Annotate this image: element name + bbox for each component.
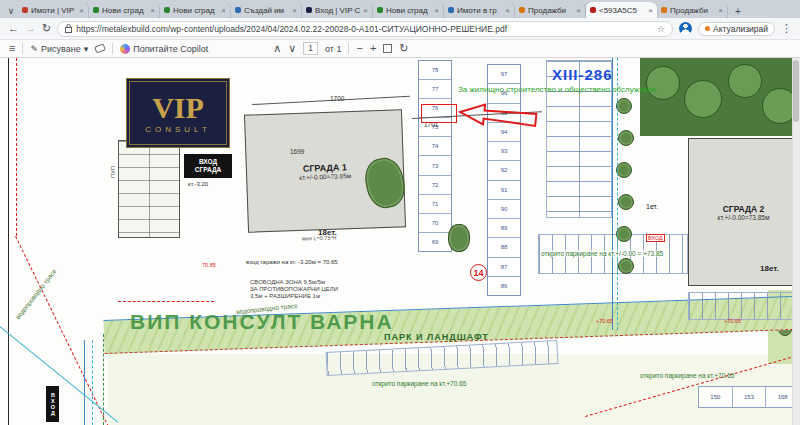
free-zone-line2: ЗА ПРОТИВОПОЖАРНИ ЦЕЛИ bbox=[250, 286, 338, 293]
update-dot-icon bbox=[705, 26, 710, 31]
page-number-input[interactable]: 1 bbox=[303, 42, 318, 55]
browser-tab[interactable]: Продажби × bbox=[657, 2, 728, 18]
parking-stall: 88 bbox=[488, 238, 520, 257]
scrollbar-thumb[interactable] bbox=[793, 60, 799, 122]
dim-1699: 1699 bbox=[290, 148, 304, 155]
tab-close-icon[interactable]: × bbox=[363, 6, 368, 15]
tab-title: Вход | VIP C bbox=[315, 6, 361, 15]
tree-icon bbox=[616, 162, 632, 178]
tab-close-icon[interactable]: × bbox=[648, 6, 653, 15]
entrance-level: кт.-3.20 bbox=[188, 181, 208, 188]
stall-number: 89 bbox=[501, 225, 508, 231]
tab-close-icon[interactable]: × bbox=[576, 6, 581, 15]
browser-tab[interactable]: Нови сград × bbox=[373, 2, 444, 18]
tab-close-icon[interactable]: × bbox=[718, 6, 723, 15]
draw-tool-button[interactable]: ✎ Рисуване ▾ bbox=[30, 44, 88, 54]
tab-close-icon[interactable]: × bbox=[434, 6, 439, 15]
more-menu-icon[interactable]: ⋮ bbox=[781, 23, 792, 34]
parking-stall: 97 bbox=[488, 65, 520, 84]
browser-tab[interactable]: Нови сград × bbox=[160, 2, 231, 18]
update-button[interactable]: Актуализирай bbox=[698, 22, 775, 36]
pdf-menu-icon[interactable]: ≡ bbox=[9, 43, 15, 54]
tab-favicon bbox=[22, 7, 28, 13]
building-entrance-box: ВХОД СГРАДА bbox=[184, 154, 232, 178]
building-2-entrance: ВХОД bbox=[646, 234, 665, 242]
annotation-arrow-icon bbox=[457, 98, 539, 134]
page-down-icon[interactable]: ∨ bbox=[288, 43, 296, 54]
tab-close-icon[interactable]: × bbox=[150, 6, 155, 15]
parking-bottom-left-label: открито паркиране на кт.+70.65 bbox=[372, 380, 466, 387]
boundary-line-red bbox=[118, 301, 214, 302]
refresh-button[interactable]: ↻ bbox=[42, 23, 51, 34]
url-bar[interactable]: https://metalexbuild.com/wp-content/uplo… bbox=[57, 21, 673, 37]
garage-note: вход гаражи на кт. -3.20м = 70.65 bbox=[246, 259, 338, 266]
entrance-small-box: ВХОД bbox=[46, 386, 59, 422]
highlight-rect bbox=[421, 104, 457, 123]
utility-line-cyan bbox=[92, 340, 93, 425]
profile-avatar[interactable] bbox=[679, 22, 692, 35]
tab-title: Нови сград bbox=[102, 6, 148, 15]
logo-text: VIP bbox=[152, 93, 204, 123]
fit-page-icon[interactable] bbox=[383, 44, 392, 53]
plot-line-cyan bbox=[617, 58, 618, 330]
stall-number: 150 bbox=[710, 394, 720, 400]
parking-stall: 91 bbox=[488, 181, 520, 200]
url-text: https://metalexbuild.com/wp-content/uplo… bbox=[76, 24, 653, 34]
copilot-button[interactable]: Попитайте Copilot bbox=[120, 44, 208, 54]
water-line-cyan bbox=[0, 326, 118, 422]
parking-stall: 150 bbox=[699, 387, 733, 407]
parking-stall: 86 bbox=[488, 277, 520, 295]
pup-label: ПУП bbox=[110, 166, 117, 178]
tab-favicon bbox=[519, 7, 525, 13]
parking-stall: 73 bbox=[419, 156, 451, 175]
chevron-down-icon: ▾ bbox=[84, 44, 89, 54]
entrance-line2: СГРАДА bbox=[195, 166, 221, 174]
pdf-page-site-plan: СГРАДА 1 кт.+/-0.00=73.85м СГРАДА 2 кт.+… bbox=[0, 58, 800, 425]
copilot-label: Попитайте Copilot bbox=[133, 44, 208, 54]
tab-close-icon[interactable]: × bbox=[221, 6, 226, 15]
zoom-out-button[interactable]: − bbox=[356, 43, 362, 54]
browser-tab[interactable]: Вход | VIP C × bbox=[302, 2, 373, 18]
tab-search-icon[interactable]: ∨ bbox=[4, 4, 18, 18]
browser-tab[interactable]: Продажби × bbox=[515, 2, 586, 18]
watermark-text: ВИП КОНСУЛТ ВАРНА bbox=[130, 310, 394, 334]
park-label: ПАРК И ЛАНДШАФТ bbox=[384, 332, 489, 342]
parking-mid-label: открито паркиране на кт.+/-0.00 = +73.85 bbox=[540, 250, 664, 257]
parking-stall: 153 bbox=[733, 387, 767, 407]
back-button[interactable]: ← bbox=[8, 23, 19, 34]
tab-close-icon[interactable]: × bbox=[505, 6, 510, 15]
parking-stall: 92 bbox=[488, 161, 520, 180]
browser-tab[interactable]: Създай им × bbox=[231, 2, 302, 18]
browser-tab[interactable]: <593A5C5 × bbox=[586, 2, 657, 18]
parking-stall: 89 bbox=[488, 219, 520, 238]
rotate-icon[interactable]: ↻ bbox=[399, 43, 408, 54]
zoom-in-button[interactable]: + bbox=[370, 43, 376, 54]
tab-close-icon[interactable]: × bbox=[79, 6, 84, 15]
tree-icon bbox=[646, 66, 680, 100]
page-frame-line bbox=[8, 58, 9, 425]
tab-close-icon[interactable]: × bbox=[292, 6, 297, 15]
stall-number: 72 bbox=[432, 182, 439, 188]
toolbar-divider bbox=[22, 43, 23, 54]
logo-subtext: CONSULT bbox=[145, 125, 211, 134]
building-2: СГРАДА 2 кт.+/-0.00=73.85м bbox=[688, 138, 799, 286]
tab-title: Имоти в гр bbox=[457, 6, 503, 15]
browser-tab[interactable]: Имоти | VIP × bbox=[18, 2, 89, 18]
browser-tab[interactable]: Имоти в гр × bbox=[444, 2, 515, 18]
tab-title: Нови сград bbox=[173, 6, 219, 15]
eraser-icon[interactable] bbox=[94, 44, 106, 54]
parking-stall: 74 bbox=[419, 137, 451, 156]
browser-tab[interactable]: Нови сград × bbox=[89, 2, 160, 18]
new-tab-button[interactable]: + bbox=[731, 4, 745, 18]
parking-row-right bbox=[688, 292, 798, 320]
forward-button[interactable]: → bbox=[25, 23, 36, 34]
page-up-icon[interactable]: ∧ bbox=[273, 43, 281, 54]
vertical-scrollbar[interactable] bbox=[792, 58, 800, 425]
stall-number: 92 bbox=[501, 167, 508, 173]
favorite-star-icon[interactable]: ☆ bbox=[657, 24, 665, 34]
tab-title: Продажби bbox=[528, 6, 574, 15]
stall-number: 74 bbox=[432, 143, 439, 149]
stall-number: 91 bbox=[501, 187, 508, 193]
plot-line-blue bbox=[612, 58, 613, 330]
parking-stall: 71 bbox=[419, 195, 451, 214]
